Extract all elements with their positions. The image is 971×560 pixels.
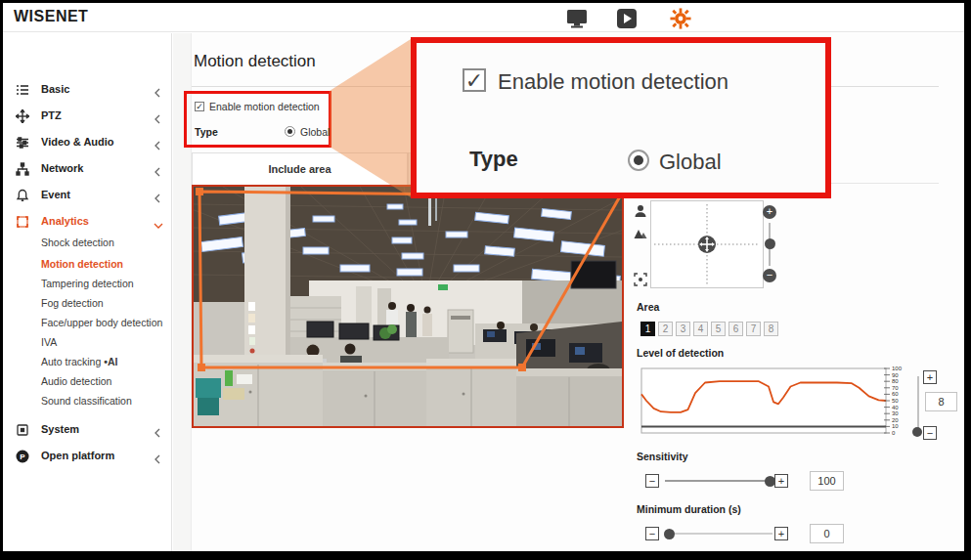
page-title: Motion detection xyxy=(194,52,316,71)
wisenet-logo: WISENET xyxy=(14,8,88,25)
sidebar-item-fog-detection[interactable]: Fog detection xyxy=(3,294,172,312)
focus-icon[interactable] xyxy=(634,273,647,286)
svg-text:100: 100 xyxy=(892,366,903,371)
chip-icon xyxy=(16,423,29,437)
tab-include-area[interactable]: Include area xyxy=(192,152,408,185)
sidebar-item-label: Event xyxy=(41,189,70,200)
ptz-joystick-pad[interactable] xyxy=(650,200,764,288)
level-value-box[interactable]: 8 xyxy=(925,392,957,411)
enable-motion-label: Enable motion detection xyxy=(209,101,320,112)
person-icon[interactable] xyxy=(634,204,647,218)
area-button-4[interactable]: 4 xyxy=(693,322,708,336)
level-decrease-button[interactable]: − xyxy=(923,426,937,440)
type-global-label: Global xyxy=(300,126,330,138)
playback-icon[interactable] xyxy=(615,8,639,29)
mountain-icon[interactable] xyxy=(634,227,647,240)
min-duration-increase-button[interactable]: + xyxy=(774,527,788,540)
sidebar-item-network[interactable]: Network xyxy=(3,157,172,181)
sidebar-item-shock-detection[interactable]: Shock detection xyxy=(3,234,172,251)
chevron-left-icon xyxy=(154,137,163,149)
sensitivity-slider-handle[interactable] xyxy=(765,476,775,487)
settings-gear-icon[interactable] xyxy=(669,8,692,29)
sidebar-item-video-audio[interactable]: Video & Audio xyxy=(3,131,172,154)
sidebar-item-sound-classification[interactable]: Sound classification xyxy=(3,392,172,409)
sidebar-item-system[interactable]: System xyxy=(3,418,172,442)
open-platform-icon: P xyxy=(16,450,29,463)
chevron-left-icon xyxy=(154,84,163,96)
min-duration-value-box[interactable]: 0 xyxy=(810,524,844,543)
area-button-2[interactable]: 2 xyxy=(658,322,673,336)
sidebar: Basic PTZ Video & Audio Network Event An… xyxy=(3,33,172,552)
sensitivity-slider-track[interactable] xyxy=(665,480,772,482)
sidebar-item-label: Video & Audio xyxy=(41,136,114,148)
svg-text:0: 0 xyxy=(892,430,896,436)
camera-scene xyxy=(194,187,622,426)
network-icon xyxy=(16,162,29,176)
sidebar-item-label: PTZ xyxy=(41,109,62,121)
enable-motion-checkbox[interactable]: ✓ xyxy=(195,102,204,111)
sidebar-item-analytics[interactable]: Analytics xyxy=(3,210,172,234)
area-button-3[interactable]: 3 xyxy=(676,322,690,336)
chevron-left-icon xyxy=(154,424,163,436)
sidebar-item-event[interactable]: Event xyxy=(3,184,172,207)
min-duration-slider-track[interactable] xyxy=(665,533,772,535)
area-button-7[interactable]: 7 xyxy=(746,322,761,336)
svg-text:30: 30 xyxy=(892,410,899,416)
sidebar-item-face-upper-body-detection[interactable]: Face/upper body detection xyxy=(3,314,172,331)
live-monitor-icon[interactable] xyxy=(565,8,589,29)
level-slider-track[interactable] xyxy=(917,376,919,433)
svg-text:50: 50 xyxy=(892,398,899,404)
svg-text:60: 60 xyxy=(892,391,899,397)
frame-icon xyxy=(16,215,29,229)
sidebar-item-label: System xyxy=(41,423,79,435)
sidebar-item-audio-detection[interactable]: Audio detection xyxy=(3,372,172,390)
top-bar: WISENET xyxy=(3,3,964,32)
chevron-left-icon xyxy=(154,190,163,201)
zoom-out-button[interactable]: − xyxy=(763,269,776,282)
min-duration-slider-handle[interactable] xyxy=(664,529,675,539)
sidebar-item-label: Analytics xyxy=(41,215,89,227)
level-slider-handle[interactable] xyxy=(912,427,922,437)
chevron-left-icon xyxy=(154,451,163,462)
svg-text:20: 20 xyxy=(892,417,899,423)
area-button-5[interactable]: 5 xyxy=(711,322,726,336)
min-duration-decrease-button[interactable]: − xyxy=(645,527,659,540)
zoom-slider-handle[interactable] xyxy=(765,238,775,249)
sidebar-item-auto-tracking[interactable]: Auto tracking •AI xyxy=(3,353,172,370)
level-increase-button[interactable]: + xyxy=(923,370,937,384)
sidebar-item-ptz[interactable]: PTZ xyxy=(3,105,172,128)
motion-settings-annotated-box: ✓ Enable motion detection Type Global xyxy=(184,91,331,148)
camera-preview[interactable] xyxy=(192,185,624,428)
list-icon xyxy=(16,83,29,97)
svg-text:70: 70 xyxy=(892,385,899,391)
callout-radio-icon xyxy=(628,150,649,171)
sidebar-item-basic[interactable]: Basic xyxy=(3,78,172,102)
sensitivity-value-box[interactable]: 100 xyxy=(810,471,844,491)
area-button-1[interactable]: 1 xyxy=(640,322,655,336)
sidebar-item-label: Network xyxy=(41,162,83,174)
sidebar-item-open-platform[interactable]: P Open platform xyxy=(3,445,172,468)
chevron-left-icon xyxy=(154,163,163,175)
callout-checkbox-icon: ✓ xyxy=(463,68,486,92)
chevron-left-icon xyxy=(154,110,163,122)
chevron-down-icon xyxy=(154,216,163,228)
callout-type-label: Type xyxy=(469,147,518,172)
sliders-icon xyxy=(16,136,29,150)
area-button-6[interactable]: 6 xyxy=(728,322,743,336)
sensitivity-decrease-button[interactable]: − xyxy=(645,474,659,488)
sensitivity-increase-button[interactable]: + xyxy=(774,474,788,488)
svg-text:P: P xyxy=(20,452,25,461)
type-global-radio[interactable] xyxy=(285,126,295,137)
app-window: WISENET Basic PTZ xyxy=(0,0,971,560)
level-of-detection-chart: 0102030405060708090100 xyxy=(640,366,912,439)
ai-badge: •AI xyxy=(104,356,117,367)
minimum-duration-label: Minimum duration (s) xyxy=(637,503,741,515)
svg-text:80: 80 xyxy=(892,378,899,384)
ptz-move-icon xyxy=(16,109,29,123)
sidebar-item-motion-detection[interactable]: Motion detection xyxy=(3,255,172,273)
zoom-in-button[interactable]: + xyxy=(763,205,776,219)
area-button-8[interactable]: 8 xyxy=(764,322,778,336)
sidebar-item-label: Basic xyxy=(41,83,69,95)
sidebar-item-iva[interactable]: IVA xyxy=(3,333,172,351)
sidebar-item-tampering-detection[interactable]: Tampering detection xyxy=(3,275,172,292)
